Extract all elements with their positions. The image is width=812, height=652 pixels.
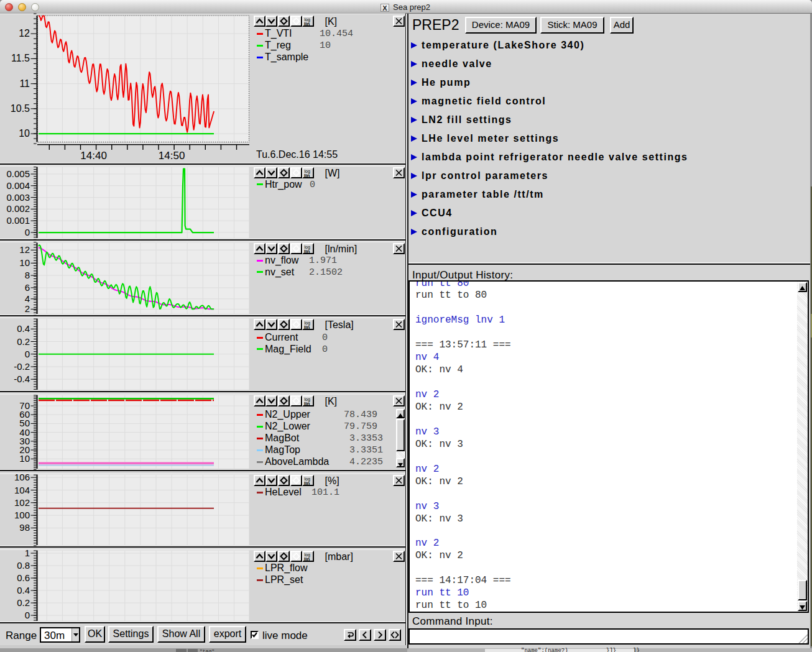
svg-text:98: 98 (19, 522, 30, 533)
svg-text:0.2: 0.2 (17, 597, 30, 608)
svg-text:12: 12 (19, 28, 30, 39)
svg-text:lin: lin (304, 480, 310, 485)
svg-text:106: 106 (14, 472, 30, 482)
svg-text:10.5: 10.5 (11, 103, 30, 114)
svg-text:0.2: 0.2 (17, 336, 30, 347)
svg-text:0.4: 0.4 (17, 323, 30, 334)
svg-text:0.8: 0.8 (17, 560, 30, 571)
svg-text:lin: lin (304, 21, 310, 26)
svg-text:14:50: 14:50 (159, 150, 185, 162)
svg-text:1: 1 (25, 548, 30, 558)
svg-text:0.004: 0.004 (6, 180, 30, 191)
svg-text:0.001: 0.001 (6, 215, 30, 226)
svg-text:lin: lin (304, 556, 310, 561)
svg-text:11.5: 11.5 (11, 53, 30, 63)
svg-text:102: 102 (14, 497, 30, 508)
svg-text:4: 4 (25, 293, 30, 304)
svg-text:8: 8 (25, 270, 30, 280)
svg-text:100: 100 (14, 510, 30, 520)
svg-text:11: 11 (19, 78, 30, 89)
svg-text:lin: lin (304, 173, 310, 178)
svg-text:0.4: 0.4 (17, 585, 30, 595)
svg-text:6: 6 (25, 282, 30, 293)
svg-text:2: 2 (25, 303, 30, 314)
svg-text:-0.2: -0.2 (14, 361, 30, 372)
svg-text:104: 104 (14, 485, 30, 495)
svg-text:lin: lin (304, 400, 310, 405)
svg-text:0.002: 0.002 (6, 203, 30, 214)
svg-text:10: 10 (19, 128, 30, 139)
svg-text:0.003: 0.003 (6, 192, 30, 203)
svg-text:lin: lin (304, 248, 310, 253)
svg-text:10: 10 (19, 257, 30, 268)
svg-text:0.6: 0.6 (17, 572, 30, 583)
svg-text:Tu.6.Dec.16 14:55: Tu.6.Dec.16 14:55 (256, 149, 338, 160)
svg-text:0: 0 (25, 610, 30, 620)
svg-text:0: 0 (25, 227, 30, 237)
svg-text:14:40: 14:40 (80, 150, 107, 162)
svg-text:10: 10 (19, 453, 30, 464)
svg-text:0.005: 0.005 (6, 168, 30, 179)
svg-text:12: 12 (19, 244, 30, 255)
svg-text:lin: lin (304, 324, 310, 329)
svg-text:0: 0 (25, 349, 30, 359)
svg-text:-0.4: -0.4 (14, 374, 30, 384)
